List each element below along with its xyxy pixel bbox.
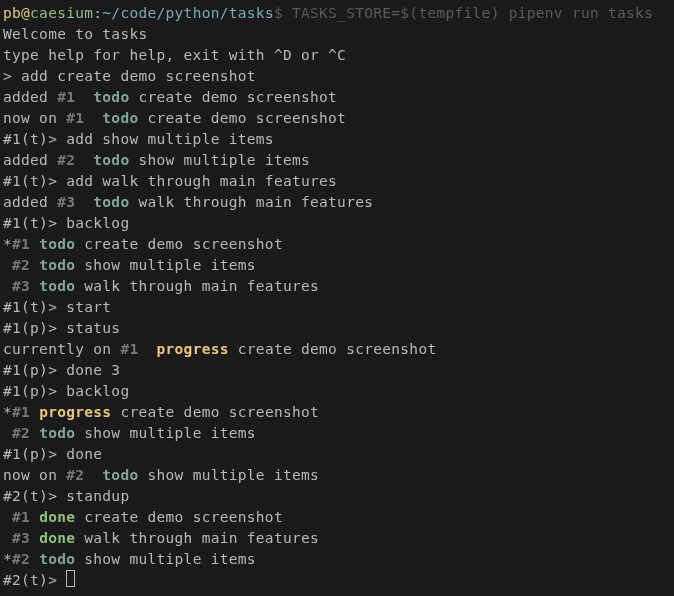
task-number: #2 [12,551,30,567]
task-status: todo [39,236,75,252]
task-status: todo [102,110,138,126]
task-number: #1 [12,509,30,525]
line-text: #1(t)> add walk through main features [3,173,337,189]
terminal-line: #2 todo show multiple items [3,255,671,276]
task-desc: show multiple items [75,257,256,273]
terminal-line: added #3 todo walk through main features [3,192,671,213]
terminal-line: *#2 todo show multiple items [3,549,671,570]
line-prefix [3,278,12,294]
task-desc: walk through main features [75,278,319,294]
line-prefix: * [3,404,12,420]
task-status: todo [93,152,129,168]
terminal-line: #2 todo show multiple items [3,423,671,444]
line-prefix [3,530,12,546]
terminal-line: #1(p)> backlog [3,381,671,402]
terminal-line: currently on #1 progress create demo scr… [3,339,671,360]
line-prefix: currently on [3,341,120,357]
line-text: #1(p)> done 3 [3,362,120,378]
task-status: done [39,509,75,525]
line-prefix: added [3,152,57,168]
line-text: #2(t)> [3,572,66,588]
terminal-line: added #1 todo create demo screenshot [3,87,671,108]
terminal-line: added #2 todo show multiple items [3,150,671,171]
task-number: #2 [12,425,30,441]
shell-prompt-line: pb@caesium:~/code/python/tasks$ TASKS_ST… [3,3,671,24]
task-number: #1 [120,341,138,357]
terminal-line: type help for help, exit with ^D or ^C [3,45,671,66]
terminal-line: #3 done walk through main features [3,528,671,549]
terminal-line: #1(t)> add walk through main features [3,171,671,192]
line-prefix [3,425,12,441]
task-number: #2 [66,467,84,483]
line-text: #1(t)> backlog [3,215,129,231]
task-status: todo [39,278,75,294]
line-text: #2(t)> standup [3,488,129,504]
task-number: #3 [57,194,75,210]
line-text: Welcome to tasks [3,26,147,42]
task-status: progress [39,404,111,420]
line-text: type help for help, exit with ^D or ^C [3,47,346,63]
task-status: todo [39,551,75,567]
cursor-icon [66,570,75,587]
line-prefix [3,257,12,273]
line-text: #1(p)> backlog [3,383,129,399]
task-status: progress [157,341,229,357]
task-number: #2 [12,257,30,273]
line-text: #1(p)> status [3,320,120,336]
task-status: todo [93,89,129,105]
line-prefix: added [3,194,57,210]
shell-command: TASKS_STORE=$(tempfile) pipenv run tasks [292,5,653,21]
line-text: #1(p)> done [3,446,102,462]
task-number: #1 [66,110,84,126]
task-desc: show multiple items [138,467,319,483]
terminal-line: #1(t)> add show multiple items [3,129,671,150]
task-desc: show multiple items [75,425,256,441]
terminal-line: #1(p)> status [3,318,671,339]
task-status: todo [39,257,75,273]
line-prefix [3,509,12,525]
terminal-line: #3 todo walk through main features [3,276,671,297]
task-desc: walk through main features [75,530,319,546]
task-number: #1 [12,404,30,420]
task-desc: create demo screenshot [138,110,346,126]
terminal-line: #1(t)> start [3,297,671,318]
line-prefix: * [3,551,12,567]
line-text: #1(t)> start [3,299,111,315]
line-text: > add create demo screenshot [3,68,256,84]
terminal-line: #2(t)> [3,570,671,591]
line-prefix: * [3,236,12,252]
shell-path: ~/code/python/tasks [102,5,274,21]
terminal-line: *#1 progress create demo screenshot [3,402,671,423]
task-number: #2 [57,152,75,168]
task-desc: create demo screenshot [111,404,319,420]
task-number: #3 [12,278,30,294]
task-status: todo [93,194,129,210]
terminal-line: #1(p)> done [3,444,671,465]
task-status: todo [39,425,75,441]
terminal-line: > add create demo screenshot [3,66,671,87]
task-desc: create demo screenshot [129,89,337,105]
line-prefix: now on [3,467,66,483]
terminal-line: #1(t)> backlog [3,213,671,234]
terminal-line: now on #2 todo show multiple items [3,465,671,486]
terminal[interactable]: pb@caesium:~/code/python/tasks$ TASKS_ST… [3,3,671,591]
line-text: #1(t)> add show multiple items [3,131,274,147]
terminal-line: #1(p)> done 3 [3,360,671,381]
task-desc: walk through main features [129,194,373,210]
terminal-line: Welcome to tasks [3,24,671,45]
terminal-line: #2(t)> standup [3,486,671,507]
task-desc: show multiple items [75,551,256,567]
terminal-line: #1 done create demo screenshot [3,507,671,528]
task-status: done [39,530,75,546]
task-desc: create demo screenshot [75,236,283,252]
task-desc: create demo screenshot [229,341,437,357]
terminal-line: *#1 todo create demo screenshot [3,234,671,255]
task-desc: create demo screenshot [75,509,283,525]
terminal-line: now on #1 todo create demo screenshot [3,108,671,129]
task-number: #1 [57,89,75,105]
line-prefix: added [3,89,57,105]
shell-at: @ [21,5,30,21]
task-desc: show multiple items [129,152,310,168]
shell-host: caesium [30,5,93,21]
shell-user: pb [3,5,21,21]
